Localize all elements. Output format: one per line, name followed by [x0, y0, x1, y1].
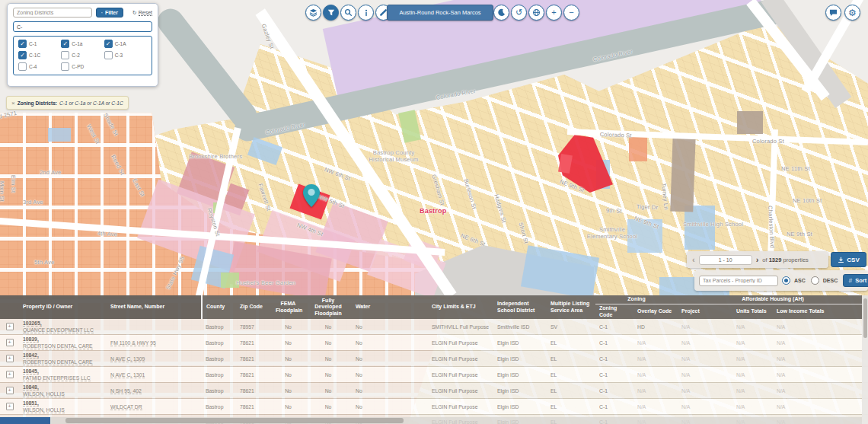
property-id-link[interactable]: 10839, [23, 336, 39, 343]
col-zoning-code: Zoning Code [595, 304, 633, 319]
checkbox[interactable]: ✓ [61, 40, 69, 48]
cell-low-income: N/A [773, 399, 868, 415]
map-parcel-blue [685, 206, 715, 250]
csv-export-button[interactable]: CSV [831, 252, 866, 267]
owner-link[interactable]: ROBERTSON DENTAL CARE [23, 343, 93, 349]
checkbox[interactable]: ✓ [104, 40, 113, 48]
map-street-label: NE 9th St [787, 231, 812, 238]
zoning-option[interactable]: ✓ C-1C [18, 51, 61, 59]
street-link[interactable]: N AVE C, 1309 [110, 356, 145, 362]
zoning-option[interactable]: ✓ C-4 [18, 62, 61, 71]
checkbox[interactable]: ✓ [104, 51, 113, 59]
expand-row-icon[interactable]: + [6, 323, 14, 330]
sort-asc-radio[interactable] [782, 276, 790, 285]
cell-fully-dev: No [305, 335, 352, 351]
page-range-input[interactable] [699, 255, 752, 265]
vertical-scrollbar[interactable] [862, 295, 868, 424]
table-row[interactable]: + 10845,FATMID ENTERPRISES LLC N AVE C, … [0, 367, 868, 383]
basemap-button[interactable] [528, 5, 544, 21]
zoning-option[interactable]: ✓ C-1a [61, 40, 104, 48]
property-id-link[interactable]: 103265, [23, 320, 42, 327]
zoom-out-button[interactable]: − [563, 5, 579, 21]
reset-view-button[interactable]: ↺ [511, 5, 527, 21]
zoning-search-input[interactable] [13, 21, 152, 32]
checkbox[interactable]: ✓ [18, 51, 27, 59]
cell-isd: Smithville ISD [493, 319, 547, 335]
reset-button[interactable]: ↻ Reset [132, 10, 152, 16]
cell-mls: EL [547, 351, 595, 367]
owner-link[interactable]: WILSON, HOLLIS [23, 407, 65, 413]
zoom-in-button[interactable]: + [546, 5, 562, 21]
active-filter-chip: × Zoning Districts: C-1 or C-1a or C-1A … [6, 96, 129, 110]
sort-button[interactable]: Sort [843, 274, 868, 287]
map-parcel-brown [737, 111, 763, 134]
cell-project: N/A [678, 319, 732, 335]
layers-button[interactable] [305, 5, 321, 21]
cell-units: N/A [732, 383, 773, 399]
dark-mode-button[interactable] [493, 5, 509, 21]
checkbox[interactable]: ✓ [61, 51, 69, 59]
feedback-button[interactable] [825, 5, 841, 21]
horizontal-scrollbar-thumb[interactable] [65, 418, 404, 423]
checkbox[interactable]: ✓ [18, 40, 27, 48]
zoning-option[interactable]: ✓ C-1A [104, 40, 147, 48]
cell-mls: EL [547, 383, 595, 399]
property-id-link[interactable]: 10848, [23, 384, 39, 391]
zoning-option[interactable]: ✓ C-2 [61, 51, 104, 59]
filter-button[interactable]: Filter [96, 8, 123, 18]
street-link[interactable]: WILDCAT DR [110, 404, 142, 410]
expand-row-icon[interactable]: + [6, 403, 14, 410]
owner-link[interactable]: FATMID ENTERPRISES LLC [23, 375, 91, 381]
region-selector-button[interactable]: Austin-Round Rock-San Marcos [387, 5, 493, 21]
expand-row-icon[interactable]: + [6, 387, 14, 394]
table-row[interactable]: + 10842,ROBERTSON DENTAL CARE N AVE C, 1… [0, 351, 868, 367]
chip-label: Zoning Districts: [18, 100, 57, 106]
owner-link[interactable]: QUANCE DEVEOPMENT LLC [23, 327, 94, 333]
zoning-option[interactable]: ✓ C-1 [18, 40, 61, 48]
results-table[interactable]: Property ID / Owner Street Name, Number … [0, 295, 868, 424]
cell-mls: EL [547, 335, 595, 351]
cell-city-limits: ELGIN Full Purpose [428, 367, 493, 383]
info-button[interactable] [358, 5, 374, 21]
checkbox[interactable]: ✓ [61, 62, 69, 71]
cell-county: Bastrop [202, 367, 236, 383]
sort-field-input[interactable] [699, 276, 778, 286]
vertical-scrollbar-thumb[interactable] [863, 298, 867, 338]
property-id-link[interactable]: 10851, [23, 400, 39, 406]
table-row[interactable]: + 10848,WILSON, HOLLIS N SH 95, 402 Bast… [0, 383, 868, 399]
remove-filter-icon[interactable]: × [11, 100, 15, 107]
filter-field-input[interactable] [13, 8, 92, 18]
property-id-link[interactable]: 10845, [23, 368, 39, 375]
page-prev-button[interactable]: ‹ [692, 256, 695, 264]
zoning-option[interactable]: ✓ C-PD [61, 62, 104, 71]
owner-link[interactable]: ROBERTSON DENTAL CARE [23, 359, 93, 365]
cell-fema: No [272, 351, 305, 367]
cell-isd: Elgin ISD [493, 335, 547, 351]
pagination-bar: ‹ › of 1329 properties [687, 251, 828, 268]
street-link[interactable]: N AVE C, 1301 [110, 372, 145, 378]
cell-isd: Elgin ISD [493, 351, 547, 367]
street-link[interactable]: N SH 95, 402 [110, 388, 142, 394]
checkbox[interactable]: ✓ [18, 62, 27, 71]
sort-desc-radio[interactable] [811, 276, 819, 285]
expand-row-icon[interactable]: + [6, 355, 14, 362]
owner-link[interactable]: WILSON, HOLLIS [23, 391, 65, 397]
col-project: Project [678, 304, 732, 319]
sort-desc-label: DESC [823, 278, 838, 283]
cell-zip: 78621 [236, 383, 272, 399]
settings-button[interactable]: ⚙ [844, 5, 860, 21]
property-id-link[interactable]: 10842, [23, 352, 39, 359]
filter-tool-button[interactable] [323, 5, 339, 21]
search-tool-button[interactable] [340, 5, 356, 21]
reset-icon: ↻ [132, 10, 137, 16]
group-affordable-housing: Affordable Housing (AH) [678, 295, 868, 304]
table-row[interactable]: + 103265,QUANCE DEVEOPMENT LLC Bastrop 7… [0, 319, 868, 335]
page-next-button[interactable]: › [756, 256, 759, 264]
table-row[interactable]: + 10839,ROBERTSON DENTAL CARE FM 1100 & … [0, 335, 868, 351]
expand-row-icon[interactable]: + [6, 339, 14, 346]
street-link[interactable]: FM 1100 & HWY 95 [110, 340, 156, 346]
expand-row-icon[interactable]: + [6, 371, 14, 378]
table-row[interactable]: + 10851,WILSON, HOLLIS WILDCAT DR Bastro… [0, 399, 868, 415]
zoning-option[interactable]: ✓ C-3 [104, 51, 147, 59]
map-pin[interactable] [303, 184, 320, 207]
